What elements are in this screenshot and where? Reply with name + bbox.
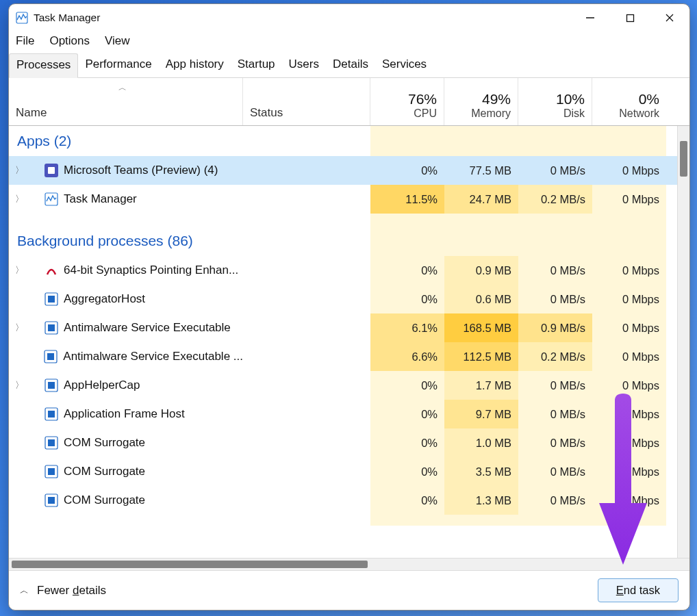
column-disk[interactable]: 10% Disk: [518, 78, 592, 125]
group-header[interactable]: Background processes (86): [9, 226, 677, 256]
svg-rect-2: [626, 14, 633, 21]
cpu-cell: 0%: [370, 428, 444, 457]
tab-details[interactable]: Details: [326, 53, 375, 77]
cpu-cell: 6.1%: [370, 313, 444, 342]
column-cpu-label: CPU: [414, 107, 437, 120]
cpu-cell: 0%: [370, 285, 444, 313]
network-cell: 0 Mbps: [592, 486, 666, 515]
disk-cell: 0.2 MB/s: [518, 342, 592, 371]
process-name: AppHelperCap: [64, 378, 140, 392]
process-row[interactable]: 〉Task Manager11.5%24.7 MB0.2 MB/s0 Mbps: [9, 185, 677, 214]
memory-cell: 9.7 MB: [444, 400, 518, 428]
tab-performance[interactable]: Performance: [78, 53, 158, 77]
network-cell: 0 Mbps: [592, 156, 666, 185]
chevron-right-icon[interactable]: 〉: [14, 264, 24, 277]
cpu-total-pct: 76%: [408, 90, 437, 107]
process-name-cell: COM Surrogate: [9, 428, 243, 457]
process-row[interactable]: 〉AppHelperCap0%1.7 MB0 MB/s0 Mbps: [9, 371, 677, 400]
process-row[interactable]: COM Surrogate0%1.0 MB0 MB/s0 Mbps: [9, 428, 677, 457]
process-name-cell: COM Surrogate: [9, 457, 243, 486]
vertical-scrollbar[interactable]: [677, 126, 689, 558]
svg-rect-24: [48, 497, 55, 504]
network-cell: 0 Mbps: [592, 371, 666, 400]
column-cpu[interactable]: 76% CPU: [370, 78, 444, 125]
process-row[interactable]: AggregatorHost0%0.6 MB0 MB/s0 Mbps: [9, 285, 677, 313]
maximize-button[interactable]: [610, 4, 650, 31]
memory-cell: 24.7 MB: [444, 185, 518, 214]
disk-cell: 0 MB/s: [518, 156, 592, 185]
process-icon: [45, 378, 58, 392]
cpu-cell: 0%: [370, 486, 444, 515]
group-header[interactable]: Apps (2): [9, 126, 677, 156]
disk-cell: 0 MB/s: [518, 400, 592, 428]
tab-users[interactable]: Users: [282, 53, 326, 77]
vertical-scrollbar-thumb[interactable]: [680, 141, 687, 177]
column-network[interactable]: 0% Network: [592, 78, 666, 125]
memory-cell: 1.7 MB: [444, 371, 518, 400]
menu-file[interactable]: File: [16, 34, 34, 48]
process-name-cell: Application Frame Host: [9, 400, 243, 428]
chevron-right-icon[interactable]: 〉: [14, 164, 24, 177]
network-cell: 0 Mbps: [592, 428, 666, 457]
horizontal-scrollbar[interactable]: [9, 558, 689, 570]
svg-rect-22: [48, 468, 55, 475]
memory-cell: 1.0 MB: [444, 428, 518, 457]
group-label: Background processes (86): [9, 226, 370, 256]
horizontal-scrollbar-thumb[interactable]: [12, 561, 368, 568]
tab-startup[interactable]: Startup: [231, 53, 282, 77]
chevron-right-icon[interactable]: 〉: [14, 379, 24, 392]
tab-app-history[interactable]: App history: [159, 53, 231, 77]
svg-rect-18: [48, 411, 55, 418]
task-manager-window: Task Manager File Options View Processes…: [8, 3, 690, 611]
process-name: Antimalware Service Executable: [64, 321, 231, 335]
tab-processes[interactable]: Processes: [9, 53, 78, 78]
chevron-right-icon[interactable]: 〉: [14, 322, 24, 334]
process-name: COM Surrogate: [64, 465, 145, 478]
process-row[interactable]: 〉Antimalware Service Executable6.1%168.5…: [9, 313, 677, 342]
network-cell: 0 Mbps: [592, 457, 666, 486]
disk-cell: 0 MB/s: [518, 486, 592, 515]
network-total-pct: 0%: [639, 90, 659, 107]
disk-cell: 0.9 MB/s: [518, 313, 592, 342]
window-title: Task Manager: [34, 12, 100, 24]
process-name: Microsoft Teams (Preview) (4): [64, 164, 218, 177]
title-bar[interactable]: Task Manager: [9, 4, 689, 31]
process-icon: [45, 321, 58, 335]
tab-services[interactable]: Services: [375, 53, 433, 77]
column-disk-label: Disk: [563, 107, 585, 120]
process-row[interactable]: Antimalware Service Executable ...6.6%11…: [9, 342, 677, 371]
close-button[interactable]: [650, 4, 689, 31]
process-table[interactable]: Apps (2)〉Microsoft Teams (Preview) (4)0%…: [9, 126, 677, 558]
process-icon: [45, 292, 58, 306]
svg-rect-12: [48, 324, 55, 331]
chevron-right-icon[interactable]: 〉: [14, 193, 24, 205]
network-cell: 0 Mbps: [592, 400, 666, 428]
process-table-body: Apps (2)〉Microsoft Teams (Preview) (4)0%…: [9, 126, 689, 558]
process-icon: [45, 465, 58, 478]
column-memory[interactable]: 49% Memory: [444, 78, 518, 125]
fewer-details-label: Fewer details: [37, 584, 106, 598]
process-row[interactable]: 〉64-bit Synaptics Pointing Enhan...0%0.9…: [9, 256, 677, 285]
process-row[interactable]: 〉Microsoft Teams (Preview) (4)0%77.5 MB0…: [9, 156, 677, 185]
column-status[interactable]: Status: [243, 78, 370, 125]
cpu-cell: 0%: [370, 457, 444, 486]
process-row[interactable]: COM Surrogate0%1.3 MB0 MB/s0 Mbps: [9, 486, 677, 515]
menu-options[interactable]: Options: [49, 34, 90, 48]
process-row[interactable]: Application Frame Host0%9.7 MB0 MB/s0 Mb…: [9, 400, 677, 428]
cpu-cell: 0%: [370, 156, 444, 185]
process-row[interactable]: COM Surrogate0%3.5 MB0 MB/s0 Mbps: [9, 457, 677, 486]
network-cell: 0 Mbps: [592, 185, 666, 214]
bottom-bar: ︿ Fewer details End task: [9, 570, 689, 610]
disk-cell: 0 MB/s: [518, 428, 592, 457]
process-name: Task Manager: [64, 192, 137, 206]
menu-bar: File Options View: [9, 31, 689, 53]
column-name[interactable]: ︿ Name: [9, 78, 243, 125]
fewer-details-button[interactable]: ︿ Fewer details: [20, 584, 106, 598]
process-icon: [45, 264, 58, 277]
process-name-cell: 〉Microsoft Teams (Preview) (4): [9, 156, 243, 185]
column-memory-label: Memory: [471, 107, 511, 120]
memory-total-pct: 49%: [482, 90, 511, 107]
minimize-button[interactable]: [570, 4, 610, 31]
end-task-button[interactable]: End task: [598, 578, 679, 602]
menu-view[interactable]: View: [105, 34, 130, 48]
